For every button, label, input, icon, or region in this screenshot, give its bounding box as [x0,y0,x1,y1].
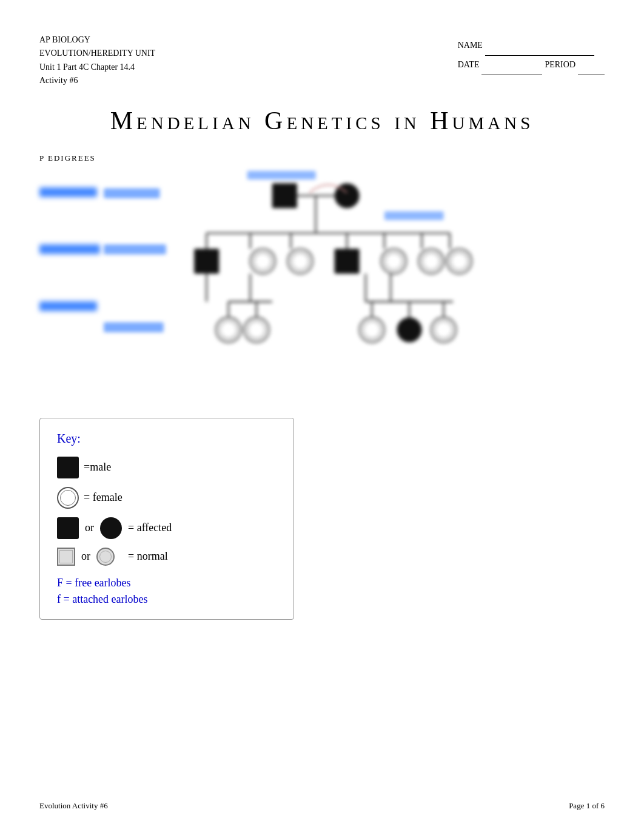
footer: Evolution Activity #6 Page 1 of 6 [39,801,605,811]
svg-point-17 [385,252,403,270]
name-label: NAME [458,36,483,55]
affected-male-symbol [57,517,79,539]
name-field[interactable] [485,36,594,56]
svg-point-40 [397,317,421,342]
pedigrees-label: P EDIGREES [39,153,605,163]
free-earlobes-label: F = free earlobes [57,577,131,589]
date-line: DATE PERIOD [458,56,605,75]
footer-right: Page 1 of 6 [569,801,605,811]
header-right: NAME DATE PERIOD [458,33,605,88]
male-label: =male [84,461,111,474]
pedigree-diagram [39,169,605,394]
gen1-label [39,187,97,197]
header-left: AP BIOLOGY EVOLUTION/HEREDITY UNIT Unit … [39,33,155,88]
svg-rect-45 [104,244,166,254]
svg-rect-48 [384,211,444,220]
svg-point-43 [435,321,452,338]
key-row-affected: or = affected [57,517,277,539]
normal-label: = normal [128,550,168,563]
main-title: Mendelian Genetics in Humans [39,106,605,135]
male-symbol [57,457,79,478]
svg-point-32 [248,321,266,338]
period-field[interactable] [578,56,605,75]
svg-rect-0 [272,183,297,208]
affected-label: = affected [128,521,172,534]
activity-label: Activity #6 [39,74,155,87]
key-title: Key: [57,432,277,446]
ap-biology-label: AP BIOLOGY [39,33,155,47]
svg-rect-44 [104,188,160,198]
gen3-label [39,301,97,311]
date-label: DATE [458,56,480,75]
svg-rect-6 [194,249,219,273]
svg-point-20 [423,252,440,270]
or-text-2: or [81,550,90,563]
generation-labels [39,187,100,311]
name-line: NAME [458,36,605,56]
chapter-label: Unit 1 Part 4C Chapter 14.4 [39,61,155,74]
affected-female-symbol [100,517,122,539]
key-row-male: =male [57,457,277,478]
normal-female-symbol [96,548,115,566]
date-field[interactable] [481,56,542,75]
gen2-label [39,244,100,254]
svg-point-12 [292,252,309,270]
svg-point-9 [254,252,272,270]
attached-earlobes-label: f = attached earlobes [57,593,148,606]
svg-point-29 [220,321,237,338]
page: AP BIOLOGY EVOLUTION/HEREDITY UNIT Unit … [0,0,644,835]
female-label: = female [84,491,122,504]
unit-label: EVOLUTION/HEREDITY UNIT [39,47,155,60]
svg-rect-14 [335,249,360,273]
pedigree-blurred-area [104,169,540,384]
header: AP BIOLOGY EVOLUTION/HEREDITY UNIT Unit … [39,33,605,88]
footer-left: Evolution Activity #6 [39,801,108,811]
svg-point-23 [451,252,468,270]
key-box: Key: =male = female or = affected or = n… [39,418,294,620]
svg-rect-46 [104,322,164,332]
key-row-normal: or = normal [57,548,277,566]
female-symbol [57,487,79,509]
or-text-1: or [85,521,94,534]
period-label: PERIOD [545,56,575,75]
key-row-free-earlobes: F = free earlobes [57,577,277,589]
normal-male-symbol [57,548,75,566]
svg-rect-47 [247,170,316,179]
svg-point-38 [363,321,381,338]
key-row-attached-earlobes: f = attached earlobes [57,593,277,606]
key-row-female: = female [57,487,277,509]
